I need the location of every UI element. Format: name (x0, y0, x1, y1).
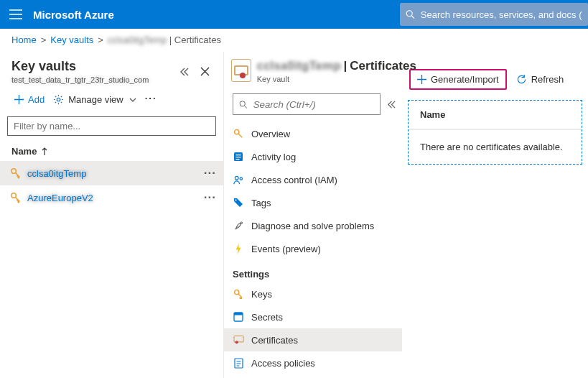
chevrons-left-icon (387, 100, 396, 109)
plus-icon (14, 95, 24, 104)
resource-name-masked: cclsa0itgTemp (257, 59, 341, 73)
svg-rect-9 (236, 155, 241, 155)
svg-point-3 (11, 169, 17, 174)
certificates-icon (233, 334, 244, 346)
chevron-down-icon (129, 96, 136, 103)
gear-icon (53, 94, 64, 105)
keyvault-badge-icon (231, 59, 251, 82)
manage-view-button[interactable]: Manage view (50, 93, 139, 106)
breadcrumb-separator: > (98, 34, 103, 45)
nav-activity-log[interactable]: Activity log (224, 145, 402, 168)
breadcrumb-current: cclsa0itgTemp | Certificates (108, 34, 221, 45)
collapse-nav-button[interactable] (385, 100, 398, 109)
add-button[interactable]: Add (11, 93, 47, 106)
more-button[interactable]: ··· (142, 91, 160, 108)
svg-point-20 (235, 341, 238, 344)
nav-keys[interactable]: Keys (224, 282, 402, 305)
svg-point-0 (406, 11, 412, 17)
search-icon (406, 9, 415, 19)
breadcrumb-tail: Certificates (174, 34, 221, 45)
row-more-button[interactable]: ··· (204, 166, 216, 180)
breadcrumb-separator: > (41, 34, 47, 45)
resource-nav-blade: cclsa0itgTemp | Certificates Key vault O… (224, 52, 402, 378)
certificates-blade: Generate/Import Refresh Name There are n… (402, 52, 588, 378)
keyvaults-title: Key vaults (11, 59, 149, 74)
svg-line-1 (411, 16, 414, 19)
resource-nav-list: Overview Activity log Access control (IA… (224, 119, 402, 377)
top-header: Microsoft Azure (0, 0, 588, 29)
row-more-button[interactable]: ··· (204, 190, 216, 205)
resource-nav-search[interactable] (233, 93, 381, 115)
breadcrumb-resource-masked: cclsa0itgTemp (108, 34, 167, 45)
svg-point-5 (240, 101, 245, 106)
certificates-name-header[interactable]: Name (409, 101, 582, 130)
hamburger-icon (9, 9, 22, 19)
refresh-icon (516, 74, 527, 85)
nav-certificates[interactable]: Certificates (224, 328, 402, 351)
nav-diagnose[interactable]: Diagnose and solve problems (224, 214, 402, 237)
svg-point-7 (234, 129, 238, 134)
nav-access-control[interactable]: Access control (IAM) (224, 168, 402, 191)
breadcrumb-keyvaults[interactable]: Key vaults (50, 34, 93, 45)
iam-icon (233, 174, 244, 185)
sort-ascending-icon (41, 147, 48, 156)
svg-rect-10 (236, 157, 241, 157)
global-search-input[interactable] (421, 9, 582, 20)
resource-nav-search-input[interactable] (253, 99, 374, 110)
keyvault-row[interactable]: cclsa0itgTemp ··· (0, 161, 223, 185)
global-nav-toggle[interactable] (0, 0, 32, 29)
svg-point-15 (241, 222, 242, 223)
svg-point-13 (240, 177, 242, 179)
keyvaults-filter-input[interactable] (7, 116, 216, 136)
keyvault-row[interactable]: AzureEuropeV2 ··· (0, 185, 223, 210)
certificates-commandbar: Generate/Import Refresh (402, 52, 588, 96)
certificates-table: Name There are no certificates available… (408, 100, 582, 165)
generate-import-button[interactable]: Generate/Import (409, 69, 507, 90)
keyvaults-subtitle-masked: test_test_data_tr_tgtr_23tr_studio_com (11, 75, 149, 84)
svg-point-12 (235, 176, 238, 180)
chevrons-left-icon (179, 67, 190, 77)
nav-section-settings: Settings (224, 260, 402, 282)
plus-icon (417, 75, 426, 84)
refresh-button[interactable]: Refresh (510, 70, 571, 88)
svg-rect-11 (236, 159, 240, 160)
secrets-icon (233, 311, 244, 323)
svg-rect-18 (234, 313, 243, 315)
nav-secrets[interactable]: Secrets (224, 305, 402, 328)
brand-title[interactable]: Microsoft Azure (32, 9, 114, 21)
nav-access-policies[interactable]: Access policies (224, 351, 402, 374)
close-left-button[interactable] (195, 62, 215, 82)
keyvault-icon (10, 192, 22, 203)
resource-type-label: Key vault (257, 75, 393, 83)
svg-line-6 (245, 106, 247, 108)
diagnose-icon (233, 220, 244, 231)
svg-rect-19 (233, 336, 243, 341)
global-search[interactable] (400, 3, 588, 26)
nav-tags[interactable]: Tags (224, 191, 402, 214)
keyvault-icon (10, 167, 22, 179)
policies-icon (233, 357, 244, 369)
keyvaults-name-header[interactable]: Name (0, 143, 223, 161)
certificates-empty-message: There are no certificates available. (409, 130, 582, 164)
svg-point-14 (235, 200, 237, 201)
keyvault-name-masked: cclsa0itgTemp (27, 168, 86, 179)
tags-icon (233, 197, 244, 208)
keyvault-name-masked: AzureEuropeV2 (27, 193, 93, 203)
svg-point-2 (57, 98, 60, 101)
keyvaults-blade: Key vaults test_test_data_tr_tgtr_23tr_s… (0, 52, 224, 378)
breadcrumb-home[interactable]: Home (11, 34, 37, 45)
keyvaults-list: cclsa0itgTemp ··· AzureEuropeV2 ··· (0, 161, 223, 210)
keyvaults-toolbar: Add Manage view ··· (0, 84, 223, 114)
close-icon (200, 67, 210, 76)
nav-events[interactable]: Events (preview) (224, 237, 402, 260)
collapse-left-button[interactable] (174, 62, 195, 82)
breadcrumb: Home > Key vaults > cclsa0itgTemp | Cert… (0, 29, 588, 52)
events-icon (233, 243, 244, 254)
svg-point-16 (234, 290, 238, 294)
overview-icon (233, 128, 244, 139)
resource-section-title: Certificates (350, 59, 416, 73)
activity-log-icon (233, 151, 244, 162)
svg-point-4 (11, 193, 17, 198)
search-icon (239, 100, 248, 109)
nav-overview[interactable]: Overview (224, 122, 402, 145)
